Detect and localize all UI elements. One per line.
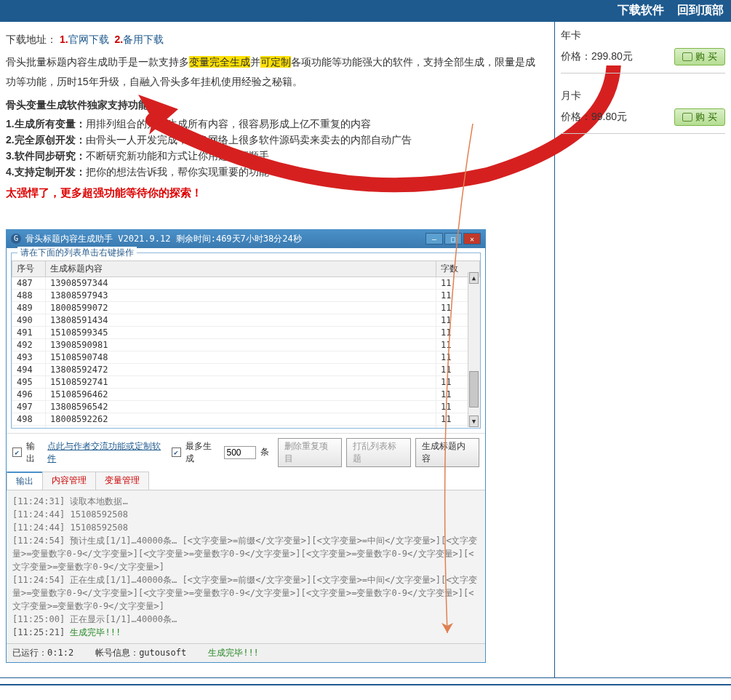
table-row[interactable]: 4981800859226211 (12, 413, 480, 425)
plan-price: 价格：299.80元 (561, 50, 633, 63)
table-row[interactable]: 4911510859934511 (12, 326, 480, 338)
log-line: [11:24:44] 15108592508 (12, 521, 479, 534)
plan-name: 月卡 (561, 90, 725, 103)
maxgen-checkbox[interactable]: ✔ (172, 448, 181, 457)
list-groupbox: 请在下面的列表单击右键操作 序号 生成标题内容 字数 4871390859734… (11, 252, 481, 429)
cell-index: 492 (12, 338, 46, 351)
price-block: 年卡价格：299.80元购 买 (561, 29, 725, 76)
table-row[interactable]: 4971380859654211 (12, 400, 480, 413)
feature-2-text: 由骨头一人开发完成，不像网络上很多软件源码卖来卖去的内部自动广告 (86, 134, 412, 146)
groupbox-title: 请在下面的列表单击右键操作 (17, 247, 137, 259)
maxgen-unit: 条 (260, 446, 269, 458)
table-row[interactable]: 4881380859794311 (12, 289, 480, 301)
minimize-button[interactable]: — (426, 233, 443, 244)
output-checkbox[interactable]: ✔ (12, 448, 22, 457)
download-line: 下载地址： 1.官网下载 2.备用下载 (6, 33, 544, 47)
pricing-column: 年卡价格：299.80元购 买月卡价格：99.80元购 买 (555, 22, 731, 677)
desc-highlight-2: 可定制 (260, 56, 291, 68)
desc-text-2: 并 (250, 56, 260, 68)
app-window: G 骨头标题内容生成助手 V2021.9.12 剩余时间:469天7小时38分2… (6, 229, 486, 663)
cell-index: 488 (12, 289, 46, 301)
table-row[interactable]: 4891800859907211 (12, 301, 480, 314)
feature-1-text: 用排列组合的方式生成所有内容，很容易形成上亿不重复的内容 (86, 118, 371, 130)
col-content[interactable]: 生成标题内容 (46, 260, 436, 277)
cart-icon (682, 113, 692, 122)
status-bar: 已运行：0:1:2 帐号信息：gutousoft 生成完毕!!! (7, 643, 485, 662)
table-row[interactable]: 4921390859098111 (12, 338, 480, 351)
table-row[interactable]: 4941380859247211 (12, 363, 480, 375)
remove-dup-button[interactable]: 删除重复项目 (278, 438, 343, 467)
price-block: 月卡价格：99.80元购 买 (561, 90, 725, 137)
description: 骨头批量标题内容生成助手是一款支持多变量完全生成并可定制各项功能等功能强大的软件… (6, 52, 544, 91)
cell-index: 491 (12, 326, 46, 338)
log-line: [11:24:54] 预计生成[1/1]…40000条… [<文字变量>=前缀<… (12, 534, 479, 573)
content-column: 下载地址： 1.官网下载 2.备用下载 骨头批量标题内容生成助手是一款支持多变量… (0, 22, 555, 677)
data-table[interactable]: 序号 生成标题内容 字数 487139085973441148813808597… (12, 260, 480, 428)
footer-column: 秒评秒赞-骨头批量QQ秒赞秒评助手转发重发-骨头Q新动态转发重发助手说说删除-骨… (195, 697, 353, 700)
buy-button[interactable]: 购 买 (674, 48, 725, 65)
cell-content: 13808591434 (46, 314, 436, 326)
runtime-label: 已运行： (12, 648, 47, 658)
download-link[interactable]: 下载软件 (618, 4, 664, 16)
buy-button[interactable]: 购 买 (674, 108, 725, 126)
tab-output[interactable]: 输出 (7, 472, 43, 490)
generate-button[interactable]: 生成标题内容 (415, 438, 480, 467)
status-done: 生成完毕!!! (208, 647, 259, 659)
maxgen-label: 最多生成 (185, 440, 220, 465)
download-num1: 1. (60, 33, 68, 45)
output-label: 输出 (26, 440, 44, 465)
shuffle-button[interactable]: 打乱列表标题 (346, 438, 411, 467)
maxgen-input[interactable] (224, 446, 256, 459)
scroll-down-icon[interactable]: ▼ (469, 415, 479, 427)
download-num2: 2. (114, 33, 123, 45)
contact-author-link[interactable]: 点此与作者交流功能或定制软件 (47, 440, 167, 465)
table-row[interactable]: 4991800859166311 (12, 425, 480, 428)
table-row[interactable]: 4901380859143411 (12, 314, 480, 326)
cell-content: 15108592741 (46, 375, 436, 388)
top-bar: 下载软件 回到顶部 (0, 0, 731, 22)
close-button[interactable]: ✕ (463, 233, 481, 244)
top-links: 下载软件 回到顶部 (607, 3, 724, 18)
tab-content-mgmt[interactable]: 内容管理 (42, 472, 96, 490)
cell-content: 13908590981 (46, 338, 436, 351)
desc-highlight-1: 变量完全生成 (189, 56, 250, 68)
account-value: gutousoft (139, 648, 186, 658)
log-line: [11:24:44] 15108592508 (12, 508, 479, 521)
table-row[interactable]: 4931510859074811 (12, 351, 480, 363)
log-line: [11:24:54] 正在生成[1/1]…40000条… [<文字变量>=前缀<… (12, 573, 479, 613)
log-line: [11:24:31] 读取本地数据… (12, 495, 479, 508)
app-title: 骨头标题内容生成助手 V2021.9.12 剩余时间:469天7小时38分24秒 (25, 233, 302, 245)
cell-content: 13808597943 (46, 289, 436, 301)
cell-index: 498 (12, 413, 46, 425)
tab-var-mgmt[interactable]: 变量管理 (95, 472, 149, 490)
table-row[interactable]: 4951510859274111 (12, 375, 480, 388)
cart-icon (682, 52, 692, 61)
download-backup[interactable]: 备用下载 (123, 33, 164, 45)
desc-text-1: 骨头批量标题内容生成助手是一款支持多 (6, 56, 189, 68)
footer-column: 留痕赞评-骨头QQ目标空间操作助手好友分组-骨头批量QQ好友分组助手QQ机器人-… (6, 697, 166, 700)
footer-links: 留痕赞评-骨头QQ目标空间操作助手好友分组-骨头批量QQ好友分组助手QQ机器人-… (0, 684, 731, 700)
table-row[interactable]: 4961510859646211 (12, 388, 480, 400)
cell-content: 13908597344 (46, 277, 436, 289)
download-official[interactable]: 官网下载 (68, 33, 109, 45)
feature-3-label: 3.软件同步研究： (6, 150, 86, 162)
cell-index: 494 (12, 363, 46, 375)
footer-column: 说说助手-骨头批量QQ说说发布助手骨头QQ好友与群验证消息处理助手GIF录像工具… (570, 697, 725, 700)
col-index[interactable]: 序号 (12, 260, 46, 277)
account-label: 帐号信息： (95, 648, 139, 658)
cell-index: 496 (12, 388, 46, 400)
scroll-thumb[interactable] (469, 371, 479, 407)
feature-2-label: 2.完全原创开发： (6, 134, 86, 146)
cell-index: 495 (12, 375, 46, 388)
footer-column: 相册下载-骨头Q相册批量下载登录卡Q抢沙发-骨头陌生QQ点赞评论助手单向好友-Q… (383, 697, 540, 700)
download-label: 下载地址： (6, 33, 57, 45)
plan-name: 年卡 (561, 29, 725, 42)
maximize-button[interactable]: □ (444, 233, 462, 244)
strong-slogan: 太强悍了，更多超强功能等待你的探索！ (6, 186, 544, 200)
table-scrollbar[interactable]: ▲ ▼ (468, 272, 479, 427)
back-to-top-link[interactable]: 回到顶部 (677, 4, 724, 16)
app-icon: G (11, 234, 21, 244)
table-row[interactable]: 4871390859734411 (12, 277, 480, 289)
cell-content: 13808596542 (46, 400, 436, 413)
scroll-up-icon[interactable]: ▲ (469, 272, 479, 284)
